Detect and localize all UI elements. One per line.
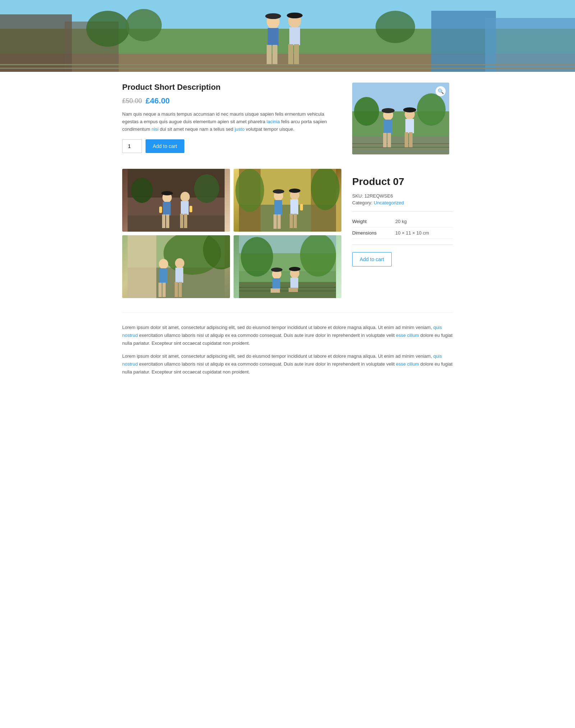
- gallery-image-4: [234, 235, 341, 298]
- desc-link-lacinia[interactable]: lacinia: [267, 119, 280, 124]
- svg-rect-34: [405, 119, 414, 133]
- svg-rect-36: [409, 132, 413, 147]
- svg-point-9: [376, 11, 415, 43]
- hero-illustration: [0, 0, 575, 72]
- product-thumbnail: 🔍: [352, 83, 449, 154]
- svg-rect-3: [0, 14, 72, 72]
- svg-rect-83: [175, 268, 183, 283]
- svg-point-50: [180, 192, 190, 202]
- gallery-item-3[interactable]: [122, 235, 230, 298]
- original-price: £50.00: [122, 97, 142, 105]
- svg-rect-12: [267, 45, 272, 65]
- svg-rect-30: [384, 120, 392, 134]
- desc-link-1[interactable]: quis nostrud: [122, 325, 442, 338]
- desc-link-nisi[interactable]: nisi: [152, 126, 159, 132]
- sku-row: SKU: 12REQWSE6: [352, 193, 453, 199]
- weight-label: Weight: [352, 216, 395, 227]
- svg-rect-15: [289, 27, 300, 45]
- svg-rect-64: [273, 214, 277, 229]
- svg-rect-84: [175, 282, 178, 297]
- gallery-item-1[interactable]: [122, 169, 230, 232]
- svg-point-101: [289, 267, 300, 271]
- quantity-input[interactable]: [122, 139, 142, 153]
- category-value-link[interactable]: Uncategorized: [374, 200, 404, 205]
- description-para-2: Lorem ipsum dolor sit amet, consectetur …: [122, 352, 453, 376]
- gallery-image-2: [234, 169, 341, 232]
- svg-point-42: [131, 178, 153, 203]
- add-to-cart-button-2[interactable]: Add to cart: [352, 252, 392, 266]
- product-info-sidebar: Product 07 SKU: 12REQWSE6 Category: Unca…: [352, 169, 453, 266]
- svg-rect-52: [180, 214, 183, 228]
- product-layout: Product Short Description £50.00 £46.00 …: [122, 83, 453, 154]
- desc-link-2[interactable]: esse cillum: [396, 333, 419, 338]
- desc-link-4[interactable]: esse cillum: [396, 361, 419, 367]
- svg-point-49: [161, 191, 173, 195]
- gallery-image-1: [122, 169, 230, 232]
- sku-label: SKU:: [352, 193, 363, 199]
- svg-point-82: [175, 258, 184, 268]
- thumbnail-zoom-icon[interactable]: 🔍: [436, 86, 446, 96]
- gallery-images: [122, 169, 341, 298]
- svg-rect-17: [294, 44, 299, 65]
- svg-rect-35: [405, 132, 408, 147]
- svg-rect-80: [158, 283, 162, 297]
- svg-rect-32: [387, 133, 391, 147]
- svg-rect-79: [159, 268, 167, 283]
- svg-rect-46: [162, 214, 165, 228]
- product-meta: SKU: 12REQWSE6 Category: Uncategorized: [352, 193, 453, 205]
- svg-point-19: [287, 13, 303, 18]
- svg-point-61: [311, 169, 340, 210]
- svg-point-27: [354, 97, 379, 126]
- svg-rect-75: [128, 235, 156, 298]
- svg-point-28: [417, 93, 446, 126]
- thumbnail-image: [352, 83, 449, 154]
- add-to-cart-button[interactable]: Add to cart: [146, 139, 184, 153]
- dimensions-label: Dimensions: [352, 227, 395, 239]
- svg-point-66: [273, 189, 284, 194]
- search-icon: 🔍: [438, 88, 444, 94]
- product-right: 🔍: [352, 83, 453, 154]
- gallery-item-4[interactable]: [234, 235, 341, 298]
- hero-overlay: [0, 0, 575, 72]
- divider-1: [352, 211, 453, 212]
- svg-rect-53: [184, 214, 187, 228]
- svg-rect-13: [272, 45, 277, 65]
- svg-point-71: [289, 189, 300, 193]
- description-section: Lorem ipsum dolor sit amet, consectetur …: [122, 312, 453, 392]
- svg-point-89: [241, 237, 273, 277]
- svg-rect-47: [166, 214, 169, 228]
- svg-rect-91: [239, 282, 336, 298]
- sku-value: 12REQWSE6: [364, 193, 393, 199]
- description-para-1: Lorem ipsum dolor sit amet, consectetur …: [122, 324, 453, 347]
- svg-rect-6: [485, 18, 575, 72]
- svg-rect-65: [277, 214, 281, 229]
- add-to-cart-row: Add to cart: [122, 139, 338, 153]
- gallery-image-3: [122, 235, 230, 298]
- svg-point-7: [86, 11, 129, 47]
- svg-rect-69: [290, 214, 293, 228]
- svg-rect-48: [159, 207, 162, 213]
- svg-point-37: [382, 108, 395, 113]
- svg-rect-72: [300, 204, 303, 210]
- gallery-item-2[interactable]: [234, 169, 341, 232]
- svg-point-18: [265, 13, 281, 19]
- svg-rect-99: [290, 278, 298, 288]
- desc-link-justo[interactable]: justo: [235, 126, 244, 132]
- svg-rect-95: [272, 278, 280, 289]
- svg-rect-31: [383, 133, 387, 147]
- sale-price: £46.00: [146, 96, 170, 106]
- svg-point-90: [300, 235, 336, 277]
- dimensions-value: 10 × 11 × 10 cm: [395, 227, 453, 239]
- svg-point-38: [403, 107, 416, 112]
- svg-rect-11: [268, 28, 279, 46]
- svg-rect-24: [352, 136, 449, 154]
- desc-link-3[interactable]: quis nostrud: [122, 353, 442, 367]
- svg-point-78: [159, 259, 168, 269]
- main-content: Product Short Description £50.00 £46.00 …: [115, 72, 460, 403]
- weight-row: Weight 20 kg: [352, 216, 453, 227]
- hero-banner: [0, 0, 575, 72]
- svg-rect-45: [163, 202, 171, 215]
- dimensions-row: Dimensions 10 × 11 × 10 cm: [352, 227, 453, 239]
- svg-point-43: [194, 174, 219, 203]
- svg-rect-41: [128, 215, 225, 232]
